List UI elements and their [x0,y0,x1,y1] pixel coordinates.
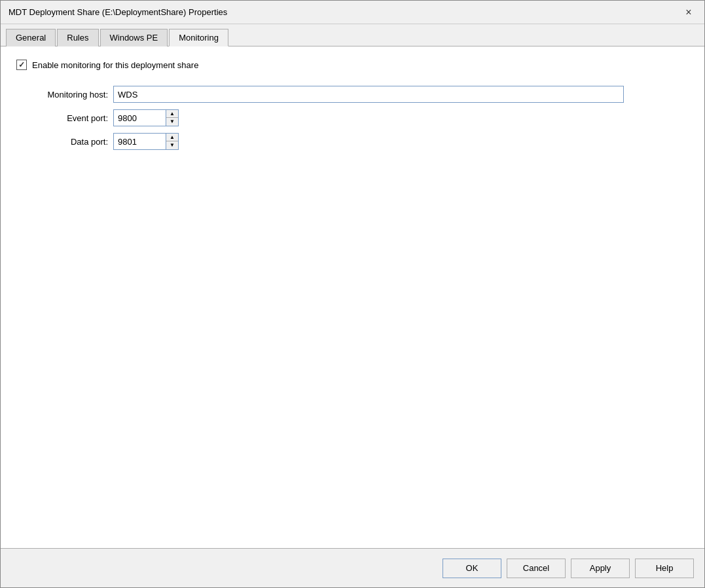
data-port-spinner-buttons: ▲ ▼ [166,133,179,150]
tab-monitoring[interactable]: Monitoring [169,29,228,46]
monitoring-host-row: Monitoring host: [29,86,689,103]
event-port-label: Event port: [29,113,108,123]
data-port-row: Data port: ▲ ▼ [29,133,689,150]
data-port-label: Data port: [29,137,108,147]
dialog-window: MDT Deployment Share (E:\DeploymentShare… [0,0,705,588]
enable-monitoring-row: Enable monitoring for this deployment sh… [16,60,689,70]
window-title: MDT Deployment Share (E:\DeploymentShare… [9,7,227,17]
event-port-spinner-buttons: ▲ ▼ [166,109,179,126]
close-button[interactable]: × [681,5,696,20]
event-port-row: Event port: ▲ ▼ [29,109,689,126]
event-port-up-button[interactable]: ▲ [166,110,178,118]
content-area: Enable monitoring for this deployment sh… [1,46,704,548]
data-port-down-button[interactable]: ▼ [166,141,178,149]
tab-general[interactable]: General [6,29,56,46]
help-button[interactable]: Help [635,559,694,578]
event-port-input[interactable] [113,109,166,126]
tab-windows-pe[interactable]: Windows PE [100,29,168,46]
enable-monitoring-label: Enable monitoring for this deployment sh… [32,60,198,70]
bottom-bar: OK Cancel Apply Help [1,548,704,587]
event-port-down-button[interactable]: ▼ [166,118,178,126]
monitoring-form: Monitoring host: Event port: ▲ ▼ Data po… [29,86,689,150]
data-port-up-button[interactable]: ▲ [166,134,178,141]
title-bar: MDT Deployment Share (E:\DeploymentShare… [1,1,704,24]
tab-rules[interactable]: Rules [57,29,98,46]
monitoring-host-label: Monitoring host: [29,90,108,100]
event-port-spinner: ▲ ▼ [113,109,179,126]
ok-button[interactable]: OK [443,559,501,578]
tab-bar: General Rules Windows PE Monitoring [1,24,704,46]
cancel-button[interactable]: Cancel [507,559,566,578]
apply-button[interactable]: Apply [571,559,630,578]
data-port-spinner: ▲ ▼ [113,133,179,150]
data-port-input[interactable] [113,133,166,150]
monitoring-host-input[interactable] [113,86,624,103]
enable-monitoring-checkbox[interactable] [16,60,27,70]
